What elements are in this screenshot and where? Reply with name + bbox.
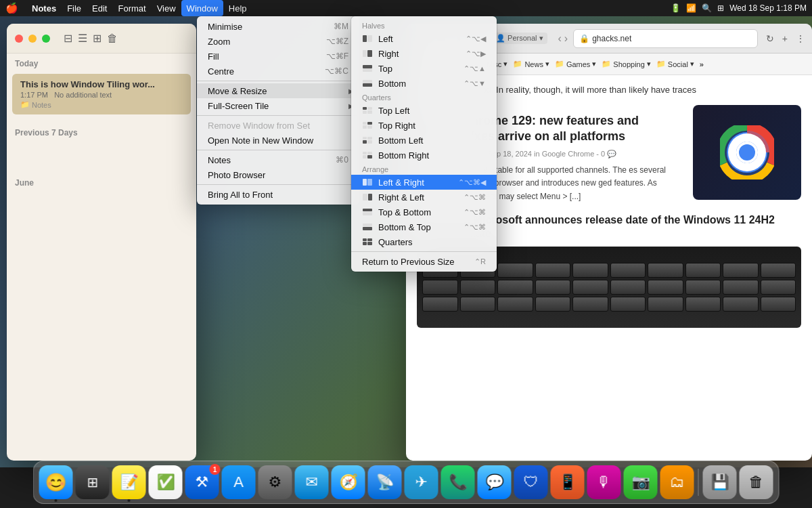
svg-rect-21 [367, 122, 372, 125]
submenu-top[interactable]: Top ⌃⌥▲ [351, 61, 497, 76]
submenu-left-right[interactable]: Left & Right ⌃⌥⌘◀ [351, 175, 497, 190]
submenu-top-left[interactable]: Top Left [351, 103, 497, 118]
menu-icon[interactable]: ⋮ [796, 33, 805, 44]
svg-rect-33 [367, 179, 372, 186]
zoom-shortcut: ⌥⌘Z [326, 37, 348, 46]
close-button[interactable] [15, 35, 23, 43]
dock-mail[interactable]: ✉ [295, 465, 329, 499]
dock-imazing[interactable]: 📱 [551, 465, 585, 499]
rightleft-shortcut: ⌃⌥⌘ [464, 193, 486, 202]
dock-canister[interactable]: 🗂 [660, 465, 694, 499]
submenu-top-bottom[interactable]: Top & Bottom ⌃⌥⌘ [351, 205, 497, 219]
dock-appstore[interactable]: A [222, 465, 256, 499]
more-bookmarks-icon[interactable]: » [700, 60, 704, 68]
control-center-icon[interactable]: ⊞ [717, 3, 724, 13]
menubar-notes[interactable]: Notes [26, 0, 62, 16]
dock-reminders[interactable]: ✅ [149, 465, 183, 499]
submenu-bottom-left[interactable]: Bottom Left [351, 133, 497, 148]
dock-separator [698, 469, 699, 496]
menu-move-resize[interactable]: Move & Resize ▶ [197, 83, 359, 98]
notes-empty-area [7, 140, 196, 167]
bookmark-shopping[interactable]: 📁 Shopping ▾ [602, 60, 651, 68]
dock-systemprefs[interactable]: ⚙ [258, 465, 292, 499]
menu-minimise[interactable]: Minimise ⌘M [197, 19, 359, 34]
forward-icon[interactable]: › [564, 33, 568, 45]
sidebar-toggle-icon[interactable]: ⊟ [64, 32, 72, 45]
chrome-logo-image [693, 105, 801, 200]
menu-open-note-new-window[interactable]: Open Note in New Window [197, 133, 359, 148]
dock-disk[interactable]: 💾 [703, 465, 737, 499]
notes-toolbar: ⊟ ☰ ⊞ 🗑 [64, 32, 118, 45]
dock-podcasts[interactable]: 🎙 [587, 465, 621, 499]
dock-launchpad[interactable]: ⊞ [76, 465, 110, 499]
submenu-right-left[interactable]: Right & Left ⌃⌥⌘ [351, 190, 497, 205]
submenu-top-right[interactable]: Top Right [351, 118, 497, 133]
search-icon[interactable]: 🔍 [702, 3, 712, 13]
dock-whatsapp[interactable]: 📞 [441, 465, 475, 499]
move-resize-submenu: Halves Left ⌃⌥◀ Right ⌃⌥▶ Top ⌃⌥▲ [351, 16, 497, 272]
submenu-right[interactable]: Right ⌃⌥▶ [351, 46, 497, 61]
back-icon[interactable]: ‹ [558, 33, 562, 45]
quarters-item-left: Quarters [362, 237, 413, 247]
svg-rect-40 [363, 238, 367, 241]
dock-finder[interactable]: 😊 [39, 465, 73, 499]
topbottom-item-left: Top & Bottom [362, 207, 431, 217]
dock-messages[interactable]: 💬 [478, 465, 512, 499]
submenu-separator [351, 251, 497, 252]
dock-bitwarden[interactable]: 🛡 [514, 465, 548, 499]
submenu-bottom[interactable]: Bottom ⌃⌥▼ [351, 76, 497, 91]
notes-list-item[interactable]: This is how Window Tiling wor... 1:17 PM… [12, 74, 191, 114]
menu-photo-browser[interactable]: Photo Browser [197, 167, 359, 182]
bottom-shortcut: ⌃⌥▼ [464, 79, 486, 88]
menu-remove-window: Remove Window from Set [197, 118, 359, 133]
minimize-button[interactable] [28, 35, 37, 43]
list-view-icon[interactable]: ☰ [78, 32, 87, 45]
dock-telegram[interactable]: ✈ [405, 465, 438, 499]
menubar-edit[interactable]: Edit [87, 0, 112, 16]
quarters-header: Quarters [351, 91, 497, 103]
datetime: Wed 18 Sep 1:18 PM [729, 3, 807, 13]
bookmark-games[interactable]: 📁 Games ▾ [555, 60, 596, 68]
dock-facetime[interactable]: 📷 [624, 465, 658, 499]
svg-rect-20 [363, 122, 367, 125]
reload-icon[interactable]: ↻ [766, 33, 774, 44]
leftright-window-icon [362, 178, 373, 186]
svg-rect-12 [363, 65, 372, 68]
menu-notes[interactable]: Notes ⌘0 [197, 152, 359, 167]
apple-menu-icon[interactable]: 🍎 [5, 2, 18, 14]
menu-fill[interactable]: Fill ⌥⌘F [197, 49, 359, 64]
notes-list: This is how Window Tiling wor... 1:17 PM… [7, 71, 196, 117]
address-bar[interactable]: 🔒 ghacks.net [573, 29, 758, 48]
submenu-quarters[interactable]: Quarters [351, 234, 497, 249]
dock-notes[interactable]: 📝 [112, 465, 146, 499]
new-tab-icon[interactable]: + [782, 33, 788, 44]
menubar-file[interactable]: File [62, 0, 87, 16]
menu-zoom[interactable]: Zoom ⌥⌘Z [197, 34, 359, 49]
separator-2 [197, 115, 359, 116]
svg-rect-24 [363, 137, 367, 140]
submenu-bottom-top[interactable]: Bottom & Top ⌃⌥⌘ [351, 219, 497, 234]
grid-view-icon[interactable]: ⊞ [93, 32, 102, 45]
separator-3 [197, 150, 359, 150]
bookmark-social[interactable]: 📁 Social ▾ [656, 60, 694, 68]
menubar-window[interactable]: Window [181, 0, 223, 16]
menubar-format[interactable]: Format [112, 0, 151, 16]
dock-xcode[interactable]: ⚒ 1 [185, 465, 219, 499]
svg-rect-36 [363, 209, 372, 211]
menu-centre[interactable]: Centre ⌥⌘C [197, 64, 359, 79]
submenu-bottom-right[interactable]: Bottom Right [351, 148, 497, 163]
bookmark-news[interactable]: 📁 News ▾ [513, 60, 549, 68]
menubar-view[interactable]: View [152, 0, 181, 16]
submenu-left[interactable]: Left ⌃⌥◀ [351, 31, 497, 46]
today-header: Today [7, 54, 196, 71]
dock-safari[interactable]: 🧭 [332, 465, 365, 499]
menu-fullscreen-tile[interactable]: Full-Screen Tile ▶ [197, 98, 359, 113]
submenu-return-previous[interactable]: Return to Previous Size ⌃R [351, 254, 497, 269]
dock-trash[interactable]: 🗑 [740, 465, 773, 499]
menu-bring-all-front[interactable]: Bring All to Front [197, 187, 359, 202]
battery-icon: 🔋 [671, 3, 681, 13]
menubar-help[interactable]: Help [223, 0, 252, 16]
maximize-button[interactable] [42, 35, 50, 43]
delete-icon[interactable]: 🗑 [107, 33, 118, 45]
dock-netnewswire[interactable]: 📡 [368, 465, 402, 499]
